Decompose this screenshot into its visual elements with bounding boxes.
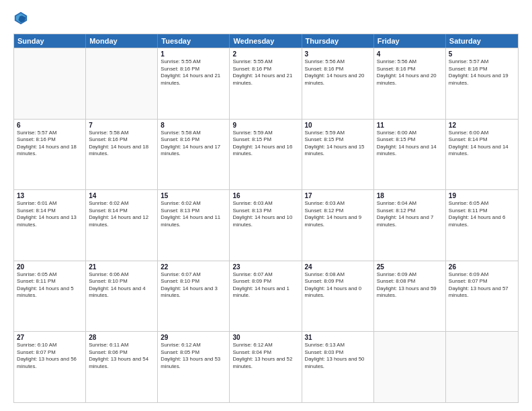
day-number: 7 (89, 122, 154, 129)
day-number: 17 (305, 192, 371, 199)
page: SundayMondayTuesdayWednesdayThursdayFrid… (0, 0, 532, 411)
day-info: Sunrise: 5:57 AM Sunset: 8:16 PM Dayligh… (449, 58, 515, 87)
day-number: 4 (377, 50, 443, 58)
day-info: Sunrise: 6:07 AM Sunset: 8:09 PM Dayligh… (232, 271, 298, 300)
day-number: 12 (449, 122, 515, 129)
day-info: Sunrise: 6:06 AM Sunset: 8:10 PM Dayligh… (89, 271, 154, 300)
header-day-monday: Monday (86, 34, 158, 48)
calendar-row-2: 6Sunrise: 5:57 AM Sunset: 8:16 PM Daylig… (14, 119, 518, 190)
calendar-row-1: 1Sunrise: 5:55 AM Sunset: 8:16 PM Daylig… (14, 48, 518, 119)
day-info: Sunrise: 6:00 AM Sunset: 8:15 PM Dayligh… (377, 130, 443, 158)
day-number: 19 (449, 192, 515, 199)
calendar-body: 1Sunrise: 5:55 AM Sunset: 8:16 PM Daylig… (14, 48, 518, 402)
day-number: 2 (232, 50, 298, 58)
day-info: Sunrise: 6:01 AM Sunset: 8:14 PM Dayligh… (17, 200, 83, 228)
calendar-cell (14, 48, 86, 119)
calendar-cell: 2Sunrise: 5:55 AM Sunset: 8:16 PM Daylig… (230, 48, 302, 119)
calendar-cell (374, 332, 446, 402)
day-info: Sunrise: 6:04 AM Sunset: 8:12 PM Dayligh… (377, 200, 443, 228)
day-info: Sunrise: 5:55 AM Sunset: 8:16 PM Dayligh… (161, 58, 226, 87)
calendar-cell: 27Sunrise: 6:10 AM Sunset: 8:07 PM Dayli… (14, 332, 86, 402)
day-number: 26 (449, 263, 515, 271)
day-info: Sunrise: 6:07 AM Sunset: 8:10 PM Dayligh… (161, 271, 226, 300)
day-info: Sunrise: 6:00 AM Sunset: 8:14 PM Dayligh… (449, 130, 515, 158)
day-info: Sunrise: 6:05 AM Sunset: 8:11 PM Dayligh… (17, 271, 83, 300)
day-info: Sunrise: 6:13 AM Sunset: 8:03 PM Dayligh… (305, 342, 371, 370)
header-day-thursday: Thursday (302, 34, 374, 48)
day-number: 27 (17, 334, 83, 341)
calendar: SundayMondayTuesdayWednesdayThursdayFrid… (13, 34, 519, 403)
calendar-cell: 15Sunrise: 6:02 AM Sunset: 8:13 PM Dayli… (158, 190, 230, 261)
day-info: Sunrise: 6:09 AM Sunset: 8:07 PM Dayligh… (449, 271, 515, 300)
day-info: Sunrise: 6:11 AM Sunset: 8:06 PM Dayligh… (89, 342, 154, 370)
header (13, 12, 519, 27)
day-info: Sunrise: 6:09 AM Sunset: 8:08 PM Dayligh… (377, 271, 443, 300)
calendar-cell: 6Sunrise: 5:57 AM Sunset: 8:16 PM Daylig… (14, 120, 86, 190)
calendar-cell: 30Sunrise: 6:12 AM Sunset: 8:04 PM Dayli… (230, 332, 302, 402)
day-number: 13 (17, 192, 83, 199)
header-day-sunday: Sunday (14, 34, 86, 48)
day-info: Sunrise: 6:12 AM Sunset: 8:04 PM Dayligh… (232, 342, 298, 370)
calendar-cell (446, 332, 518, 402)
day-number: 28 (89, 334, 154, 341)
calendar-row-3: 13Sunrise: 6:01 AM Sunset: 8:14 PM Dayli… (14, 189, 518, 261)
logo-icon (13, 11, 28, 26)
day-number: 23 (232, 263, 298, 271)
calendar-cell: 5Sunrise: 5:57 AM Sunset: 8:16 PM Daylig… (446, 48, 518, 119)
day-number: 8 (161, 122, 226, 129)
day-number: 15 (161, 192, 226, 199)
calendar-cell: 3Sunrise: 5:56 AM Sunset: 8:16 PM Daylig… (302, 48, 374, 119)
calendar-cell: 25Sunrise: 6:09 AM Sunset: 8:08 PM Dayli… (374, 261, 446, 332)
calendar-header: SundayMondayTuesdayWednesdayThursdayFrid… (14, 34, 518, 48)
day-info: Sunrise: 5:58 AM Sunset: 8:16 PM Dayligh… (161, 130, 226, 158)
day-number: 10 (305, 122, 371, 129)
day-info: Sunrise: 6:08 AM Sunset: 8:09 PM Dayligh… (305, 271, 371, 300)
day-info: Sunrise: 5:56 AM Sunset: 8:16 PM Dayligh… (377, 58, 443, 87)
calendar-cell: 19Sunrise: 6:05 AM Sunset: 8:11 PM Dayli… (446, 190, 518, 261)
calendar-cell: 10Sunrise: 5:59 AM Sunset: 8:15 PM Dayli… (302, 120, 374, 190)
header-day-saturday: Saturday (446, 34, 518, 48)
day-info: Sunrise: 6:02 AM Sunset: 8:13 PM Dayligh… (161, 200, 226, 228)
calendar-cell: 20Sunrise: 6:05 AM Sunset: 8:11 PM Dayli… (14, 261, 86, 332)
day-number: 21 (89, 263, 154, 271)
day-number: 24 (305, 263, 371, 271)
calendar-row-5: 27Sunrise: 6:10 AM Sunset: 8:07 PM Dayli… (14, 331, 518, 402)
day-number: 31 (305, 334, 371, 341)
calendar-row-4: 20Sunrise: 6:05 AM Sunset: 8:11 PM Dayli… (14, 261, 518, 332)
day-info: Sunrise: 6:02 AM Sunset: 8:14 PM Dayligh… (89, 200, 154, 228)
calendar-cell: 23Sunrise: 6:07 AM Sunset: 8:09 PM Dayli… (230, 261, 302, 332)
day-info: Sunrise: 5:58 AM Sunset: 8:16 PM Dayligh… (89, 130, 154, 158)
day-number: 9 (232, 122, 298, 129)
header-day-wednesday: Wednesday (230, 34, 302, 48)
day-number: 18 (377, 192, 443, 199)
calendar-cell: 29Sunrise: 6:12 AM Sunset: 8:05 PM Dayli… (158, 332, 230, 402)
day-number: 3 (305, 50, 371, 58)
calendar-cell: 4Sunrise: 5:56 AM Sunset: 8:16 PM Daylig… (374, 48, 446, 119)
calendar-cell (86, 48, 158, 119)
day-number: 30 (232, 334, 298, 341)
calendar-cell: 31Sunrise: 6:13 AM Sunset: 8:03 PM Dayli… (302, 332, 374, 402)
logo (13, 12, 31, 27)
day-info: Sunrise: 6:03 AM Sunset: 8:12 PM Dayligh… (305, 200, 371, 228)
day-info: Sunrise: 6:03 AM Sunset: 8:13 PM Dayligh… (232, 200, 298, 228)
calendar-cell: 21Sunrise: 6:06 AM Sunset: 8:10 PM Dayli… (86, 261, 158, 332)
calendar-cell: 17Sunrise: 6:03 AM Sunset: 8:12 PM Dayli… (302, 190, 374, 261)
calendar-cell: 26Sunrise: 6:09 AM Sunset: 8:07 PM Dayli… (446, 261, 518, 332)
day-number: 11 (377, 122, 443, 129)
day-number: 29 (161, 334, 226, 341)
day-number: 5 (449, 50, 515, 58)
calendar-cell: 24Sunrise: 6:08 AM Sunset: 8:09 PM Dayli… (302, 261, 374, 332)
day-info: Sunrise: 5:55 AM Sunset: 8:16 PM Dayligh… (232, 58, 298, 87)
calendar-cell: 12Sunrise: 6:00 AM Sunset: 8:14 PM Dayli… (446, 120, 518, 190)
day-info: Sunrise: 5:59 AM Sunset: 8:15 PM Dayligh… (232, 130, 298, 158)
calendar-cell: 13Sunrise: 6:01 AM Sunset: 8:14 PM Dayli… (14, 190, 86, 261)
calendar-cell: 7Sunrise: 5:58 AM Sunset: 8:16 PM Daylig… (86, 120, 158, 190)
day-number: 1 (161, 50, 226, 58)
day-info: Sunrise: 6:10 AM Sunset: 8:07 PM Dayligh… (17, 342, 83, 370)
calendar-cell: 8Sunrise: 5:58 AM Sunset: 8:16 PM Daylig… (158, 120, 230, 190)
day-info: Sunrise: 6:12 AM Sunset: 8:05 PM Dayligh… (161, 342, 226, 370)
day-info: Sunrise: 6:05 AM Sunset: 8:11 PM Dayligh… (449, 200, 515, 228)
day-number: 16 (232, 192, 298, 199)
calendar-cell: 11Sunrise: 6:00 AM Sunset: 8:15 PM Dayli… (374, 120, 446, 190)
calendar-cell: 16Sunrise: 6:03 AM Sunset: 8:13 PM Dayli… (230, 190, 302, 261)
